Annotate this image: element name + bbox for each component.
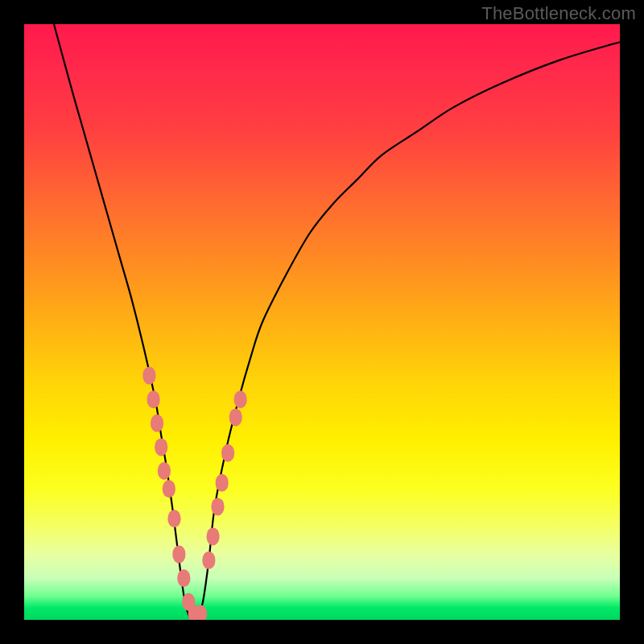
marker-dot (151, 415, 163, 432)
marker-dot (216, 474, 229, 492)
marker-dot (155, 438, 167, 456)
marker-dot (234, 390, 247, 408)
marker-dot (202, 551, 215, 569)
marker-dot (229, 408, 242, 426)
marker-dot (158, 462, 171, 480)
curve-layer (24, 24, 620, 620)
marker-dot (172, 546, 185, 564)
curve-markers (142, 367, 246, 620)
bottleneck-curve (54, 24, 620, 620)
chart-frame: TheBottleneck.com (0, 0, 644, 644)
plot-area (24, 24, 620, 620)
marker-dot (167, 510, 180, 527)
marker-dot (163, 480, 175, 497)
marker-dot (207, 527, 220, 545)
marker-dot (212, 497, 225, 515)
marker-dot (177, 569, 190, 587)
marker-dot (221, 444, 234, 462)
watermark-text: TheBottleneck.com (481, 3, 636, 24)
marker-dot (147, 390, 160, 408)
marker-dot (142, 367, 155, 385)
